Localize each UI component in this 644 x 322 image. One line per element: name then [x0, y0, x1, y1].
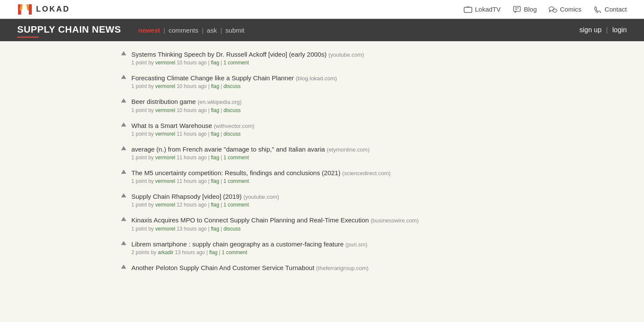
item-title[interactable]: Systems Thinking Speech by Dr. Russell A…	[131, 50, 528, 59]
comments-link[interactable]: discuss	[223, 107, 240, 113]
flag-link[interactable]: flag	[211, 83, 219, 89]
upvote-button[interactable]	[121, 240, 126, 246]
nav-blog[interactable]: Blog	[513, 6, 537, 13]
item-body: Another Peloton Supply Chain And Custome…	[131, 263, 528, 278]
upvote-button[interactable]	[121, 264, 126, 270]
flag-link[interactable]: flag	[211, 178, 219, 184]
flag-link[interactable]: flag	[211, 131, 219, 137]
sub-nav-comments[interactable]: comments	[169, 27, 198, 34]
item-title[interactable]: Supply Chain Rhapsody [video] (2019) (yo…	[131, 192, 528, 201]
item-body: Supply Chain Rhapsody [video] (2019) (yo…	[131, 192, 528, 214]
item-title[interactable]: What Is a Smart Warehouse (withvector.co…	[131, 121, 528, 130]
item-points: 1 point	[131, 107, 147, 113]
item-title[interactable]: average (n.) from French avarie "damage …	[131, 145, 528, 154]
comments-link[interactable]: discuss	[223, 131, 240, 137]
item-meta: 1 point by vermorel 13 hours ago | flag …	[131, 226, 528, 232]
item-user[interactable]: vermorel	[155, 131, 175, 137]
item-user[interactable]: vermorel	[155, 60, 175, 66]
by-sep: by	[148, 60, 155, 66]
nav-comics[interactable]: Comics	[549, 6, 581, 13]
item-body: average (n.) from French avarie "damage …	[131, 145, 528, 167]
comments-link[interactable]: 1 comment	[223, 60, 249, 66]
nav-contact-label: Contact	[605, 6, 627, 13]
comments-link[interactable]: discuss	[223, 226, 240, 232]
item-title[interactable]: The M5 uncertainty competition: Results,…	[131, 168, 528, 177]
news-item: What Is a Smart Warehouse (withvector.co…	[116, 121, 528, 143]
by-sep: by	[148, 107, 155, 113]
nav-lokadtv[interactable]: LokadTV	[464, 6, 501, 13]
item-user[interactable]: vermorel	[155, 178, 175, 184]
flag-link[interactable]: flag	[211, 107, 219, 113]
sign-up-link[interactable]: sign up	[580, 26, 602, 33]
upvote-button[interactable]	[121, 216, 126, 222]
comments-link[interactable]: discuss	[223, 83, 240, 89]
flag-link[interactable]: flag	[211, 155, 219, 161]
flag-link[interactable]: flag	[211, 60, 219, 66]
svg-marker-15	[121, 122, 126, 127]
sub-nav-ask[interactable]: ask	[207, 27, 217, 34]
tv-icon	[464, 6, 472, 13]
item-user[interactable]: vermorel	[155, 202, 175, 208]
item-title[interactable]: Kinaxis Acquires MPO to Connect Supply C…	[131, 216, 528, 225]
item-meta: 1 point by vermorel 12 hours ago | flag …	[131, 202, 528, 208]
upvote-button[interactable]	[121, 122, 126, 128]
upvote-button[interactable]	[121, 146, 126, 152]
title-text: Librem smartphone : supply chain geograp…	[131, 240, 343, 248]
flag-link[interactable]: flag	[209, 249, 217, 255]
comments-link[interactable]: 1 comment	[223, 178, 249, 184]
item-points: 1 point	[131, 131, 147, 137]
item-body: Beer distribution game (en.wikipedia.org…	[131, 97, 528, 119]
comments-link[interactable]: 1 comment	[222, 249, 247, 255]
phone-icon	[593, 6, 602, 13]
logo-area: LOKAD	[17, 2, 70, 17]
svg-rect-4	[464, 7, 472, 12]
sub-nav-submit[interactable]: submit	[225, 27, 244, 34]
news-item: Kinaxis Acquires MPO to Connect Supply C…	[116, 216, 528, 237]
flag-link[interactable]: flag	[211, 202, 219, 208]
item-source: (youtube.com)	[328, 52, 364, 58]
title-text: Beer distribution game	[131, 98, 196, 105]
item-points: 1 point	[131, 83, 147, 89]
flag-link[interactable]: flag	[211, 226, 219, 232]
item-title[interactable]: Beer distribution game (en.wikipedia.org…	[131, 97, 528, 106]
item-user[interactable]: vermorel	[155, 107, 175, 113]
logo-text: LOKAD	[36, 5, 70, 14]
comments-link[interactable]: 1 comment	[223, 202, 249, 208]
item-user[interactable]: vermorel	[155, 155, 175, 161]
svg-rect-3	[29, 4, 32, 15]
comments-link[interactable]: 1 comment	[223, 155, 249, 161]
item-time: 13 hours ago	[176, 226, 207, 232]
upvote-button[interactable]	[121, 98, 126, 104]
item-user[interactable]: vermorel	[155, 83, 175, 89]
item-user[interactable]: vermorel	[155, 226, 175, 232]
news-item: Systems Thinking Speech by Dr. Russell A…	[116, 50, 528, 72]
login-link[interactable]: login	[612, 26, 627, 33]
title-text: Forecasting Climate Change like a Supply…	[131, 74, 294, 82]
item-title[interactable]: Another Peloton Supply Chain And Custome…	[131, 263, 528, 272]
main-content: Systems Thinking Speech by Dr. Russell A…	[107, 41, 537, 297]
item-title[interactable]: Forecasting Climate Change like a Supply…	[131, 73, 528, 82]
upvote-button[interactable]	[121, 169, 126, 175]
by-sep: by	[148, 83, 155, 89]
item-source: (businesswire.com)	[371, 217, 419, 224]
sub-nav-newest[interactable]: newest	[138, 27, 160, 34]
item-points: 1 point	[131, 202, 147, 208]
item-user[interactable]: arkadir	[158, 249, 173, 255]
item-source: (withvector.com)	[214, 123, 255, 129]
title-text: The M5 uncertainty competition: Results,…	[131, 169, 340, 176]
item-title[interactable]: Librem smartphone : supply chain geograp…	[131, 240, 528, 249]
news-item: Forecasting Climate Change like a Supply…	[116, 73, 528, 95]
item-body: Librem smartphone : supply chain geograp…	[131, 240, 528, 261]
svg-point-10	[549, 6, 554, 10]
svg-marker-18	[121, 193, 126, 197]
news-item: Another Peloton Supply Chain And Custome…	[116, 263, 528, 278]
nav-contact[interactable]: Contact	[593, 6, 627, 13]
upvote-button[interactable]	[121, 193, 126, 199]
vote-col	[116, 145, 131, 152]
by-sep: by	[148, 178, 155, 184]
upvote-button[interactable]	[121, 74, 126, 80]
upvote-button[interactable]	[121, 51, 126, 57]
item-meta: 1 point by vermorel 11 hours ago | flag …	[131, 131, 528, 137]
item-source: (youtube.com)	[243, 194, 279, 200]
lokad-logo-icon	[17, 2, 33, 17]
